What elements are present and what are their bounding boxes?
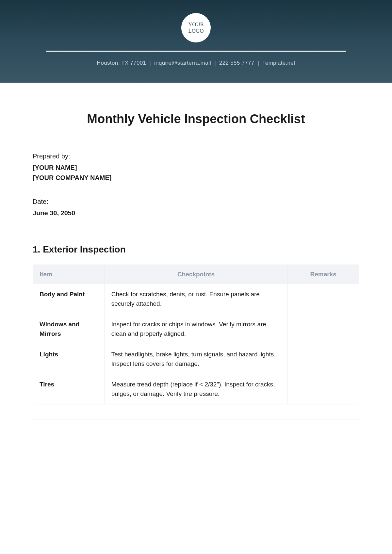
logo-placeholder: YOUR LOGO bbox=[181, 13, 211, 42]
header-email: inquire@starterra.mail bbox=[154, 60, 211, 66]
section-divider bbox=[33, 419, 359, 419]
header-location: Houston, TX 77001 bbox=[97, 60, 146, 66]
meta-divider bbox=[33, 231, 359, 231]
logo-text-line2: LOGO bbox=[188, 28, 204, 34]
logo-text-line1: YOUR bbox=[188, 21, 204, 28]
header-contact-info: Houston, TX 77001 | inquire@starterra.ma… bbox=[0, 60, 392, 66]
table-header-row: Item Checkpoints Remarks bbox=[33, 265, 359, 284]
cell-checkpoints: Test headlights, brake lights, turn sign… bbox=[105, 344, 287, 374]
table-row: Body and Paint Check for scratches, dent… bbox=[33, 284, 359, 314]
table-row: Lights Test headlights, brake lights, tu… bbox=[33, 344, 359, 374]
cell-checkpoints: Inspect for cracks or chips in windows. … bbox=[105, 314, 287, 344]
document-header: YOUR LOGO Houston, TX 77001 | inquire@st… bbox=[0, 0, 392, 83]
cell-remarks bbox=[287, 314, 359, 344]
header-divider bbox=[46, 51, 346, 52]
date-label: Date: bbox=[33, 198, 359, 205]
cell-remarks bbox=[287, 374, 359, 404]
section-heading-exterior: 1. Exterior Inspection bbox=[33, 244, 359, 255]
prepared-by-company: [YOUR COMPANY NAME] bbox=[33, 174, 359, 182]
meta-section: Prepared by: [YOUR NAME] [YOUR COMPANY N… bbox=[33, 141, 359, 231]
prepared-by-label: Prepared by: bbox=[33, 153, 359, 160]
table-row: Tires Measure tread depth (replace if < … bbox=[33, 374, 359, 404]
date-value: June 30, 2050 bbox=[33, 209, 359, 217]
header-site: Template.net bbox=[262, 60, 295, 66]
column-header-remarks: Remarks bbox=[287, 265, 359, 284]
cell-checkpoints: Measure tread depth (replace if < 2/32")… bbox=[105, 374, 287, 404]
header-phone: 222 555 7777 bbox=[219, 60, 254, 66]
cell-item: Body and Paint bbox=[33, 284, 105, 314]
prepared-by-name: [YOUR NAME] bbox=[33, 164, 359, 171]
cell-checkpoints: Check for scratches, dents, or rust. Ens… bbox=[105, 284, 287, 314]
column-header-item: Item bbox=[33, 265, 105, 284]
exterior-inspection-table: Item Checkpoints Remarks Body and Paint … bbox=[33, 265, 359, 404]
cell-item: Lights bbox=[33, 344, 105, 374]
cell-remarks bbox=[287, 284, 359, 314]
document-content: Monthly Vehicle Inspection Checklist Pre… bbox=[0, 83, 392, 439]
table-row: Windows and Mirrors Inspect for cracks o… bbox=[33, 314, 359, 344]
column-header-checkpoints: Checkpoints bbox=[105, 265, 287, 284]
cell-remarks bbox=[287, 344, 359, 374]
cell-item: Tires bbox=[33, 374, 105, 404]
page-title: Monthly Vehicle Inspection Checklist bbox=[33, 112, 359, 126]
cell-item: Windows and Mirrors bbox=[33, 314, 105, 344]
